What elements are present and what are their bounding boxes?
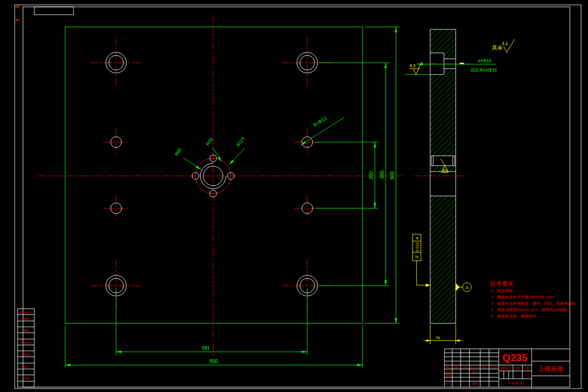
thickness-value: 75 xyxy=(436,336,440,340)
title-block: 标记 处数 分区 更改文件号 签名 年月日 设计 标准化 审核 工艺 批准 Q2… xyxy=(444,349,570,387)
main-view: 900 680 200 581 900 6×Φ12 Φ60 R33 Φ114 xyxy=(38,15,470,368)
edge-mark-bottom xyxy=(16,19,19,21)
datum-letter: A xyxy=(466,285,468,290)
dim-height-total: 900 xyxy=(390,171,395,179)
tech-item-4: 4、热处理调质HB230~270，材料为Q235钢 xyxy=(491,308,567,312)
side-strip-label-master: 底图总号 xyxy=(22,353,31,356)
tolerance-datum-ref: A xyxy=(415,237,419,240)
parallelism-symbol: // xyxy=(415,255,419,258)
bolt-radius-label: R33 xyxy=(205,137,214,147)
corner-register-box xyxy=(34,7,74,15)
center-bore-label: Φ60 xyxy=(174,147,183,157)
tech-item-2: 2、螺纹的基本尺寸按GB/T196-1997 xyxy=(491,295,554,299)
dim-hole-span-h: 581 xyxy=(202,345,210,351)
rev-header-date: 年月日 xyxy=(490,366,498,369)
side-strip-label-proof: 描校 xyxy=(24,329,29,332)
edge-mark-top xyxy=(16,6,19,8)
side-strip-label-trace: 描图 xyxy=(24,317,29,320)
dim-hole-span-v: 680 xyxy=(379,170,385,178)
side-strip-label-signature: 签字 xyxy=(24,365,29,368)
side-holes xyxy=(111,137,313,214)
corner-hole-callout: 4×Φ18 沉孔Φ24深15 xyxy=(417,58,497,73)
role-process: 工艺 xyxy=(446,382,452,385)
thickness-dimension: 75 xyxy=(423,324,463,344)
tech-item-1: 1、锐边倒钝 xyxy=(491,289,513,293)
drawing-canvas: 借(通)用件登记 描图 描校 旧底图总号 底图总号 签字 日期 xyxy=(0,0,588,392)
cad-drawing-sheet: 借(通)用件登记 描图 描校 旧底图总号 底图总号 签字 日期 xyxy=(0,0,588,392)
material-value: Q235 xyxy=(502,352,528,363)
tolerance-leader-arrow xyxy=(426,284,430,287)
rest-roughness-value: 3.2 xyxy=(502,41,508,46)
face-roughness-value: 6.3 xyxy=(410,63,416,68)
corner-hole-label: 4×Φ18 xyxy=(478,58,491,63)
role-check: 审核 xyxy=(446,374,452,377)
side-strip-label-date: 日期 xyxy=(24,377,29,380)
dim-width-total: 900 xyxy=(210,359,218,364)
hole-callout-label: 6×Φ12 xyxy=(312,115,328,128)
recess-dia-label: Φ114 xyxy=(235,136,245,147)
dim-hole-offset: 200 xyxy=(368,171,374,179)
rev-header-count: 处数 xyxy=(454,366,459,369)
general-roughness-note: 其余 3.2 xyxy=(492,39,514,52)
center-bore-leader xyxy=(183,158,201,170)
bore-roughness-value: 0.8 xyxy=(442,168,447,172)
sheet-note: 共 张 第 张 xyxy=(508,382,522,385)
counterbore-note-label: 沉孔Φ24深15 xyxy=(470,68,497,73)
role-standardize: 标准化 xyxy=(471,370,478,373)
datum-symbol: A xyxy=(456,283,471,292)
scale-value: 1:1 xyxy=(525,373,529,377)
side-strip-frame xyxy=(18,309,34,387)
plate-outline xyxy=(65,27,363,323)
rev-header-file: 更改文件号 xyxy=(470,366,480,368)
tech-item-5: 5、发黑处理后，颜色均匀 xyxy=(491,314,536,318)
tolerance-value: 0.012 xyxy=(415,243,419,252)
dimensions: 900 680 200 581 900 xyxy=(65,27,399,368)
weight-label: 重量 xyxy=(515,367,520,369)
callouts: 6×Φ12 Φ60 R33 Φ114 xyxy=(174,115,344,170)
sheet-frame xyxy=(15,5,581,389)
rest-label: 其余 xyxy=(492,45,503,50)
stage-label: 阶段标记 xyxy=(501,367,511,370)
tech-requirements: 技术要求 1、锐边倒钝 2、螺纹的基本尺寸按GB/T196-1997 3、表面不… xyxy=(490,280,575,318)
tolerance-frame: A 0.012 // xyxy=(413,234,430,287)
side-strip-label-old-master: 旧底图总号 xyxy=(21,341,32,344)
inner-border xyxy=(23,7,570,387)
role-approve: 批准 xyxy=(472,382,478,386)
leader-tick xyxy=(460,63,464,64)
datum-triangle xyxy=(456,283,460,291)
section-view: 0.8 6.3 4×Φ18 沉孔Φ24深15 A 0.012 // xyxy=(405,29,497,344)
tech-requirements-title: 技术要求 xyxy=(490,280,514,287)
outer-border xyxy=(15,5,581,389)
side-strip-label-reuse: 借(通)用件登记 xyxy=(19,311,33,314)
side-strip-table: 借(通)用件登记 描图 描校 旧底图总号 底图总号 签字 日期 xyxy=(18,309,34,387)
centerlines xyxy=(38,15,470,357)
scale-label: 比例 xyxy=(524,367,529,370)
recess-dia-leader xyxy=(229,148,245,165)
bolt-radius-leader xyxy=(213,147,221,162)
rev-header-sign: 签名 xyxy=(482,366,487,369)
rev-header-zone: 分区 xyxy=(463,366,467,368)
tech-item-3: 3、表面不允许有裂纹、碰伤、凹坑、毛刺等缺陷 xyxy=(491,301,575,306)
part-name: 上模座板 xyxy=(538,365,564,372)
rev-header-mark: 标记 xyxy=(445,366,451,369)
corner-counterbore-holes xyxy=(106,52,318,296)
role-design: 设计 xyxy=(446,370,452,373)
